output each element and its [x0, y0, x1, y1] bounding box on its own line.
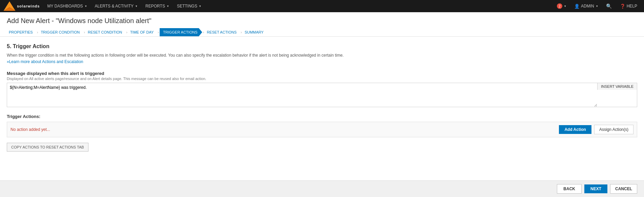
- help-button[interactable]: ❓ HELP: [617, 0, 641, 12]
- help-icon: ❓: [620, 4, 625, 9]
- breadcrumb-sep-2: ›: [84, 30, 85, 34]
- breadcrumb-reset-condition[interactable]: RESET CONDITION: [86, 28, 125, 36]
- breadcrumb-sep-6: ›: [241, 30, 242, 34]
- page-title: Add New Alert - "Windows node Utilizatio…: [7, 17, 637, 25]
- message-textarea[interactable]: [7, 83, 597, 107]
- nav-reports[interactable]: REPORTS ▾: [141, 0, 173, 12]
- message-label: Message displayed when this alert is tri…: [7, 71, 637, 76]
- chevron-down-icon: ▾: [596, 4, 598, 8]
- chevron-down-icon: ▾: [85, 4, 87, 8]
- learn-more-link[interactable]: »Learn more about Actions and Escalation: [7, 59, 83, 64]
- nav-alerts-activity[interactable]: ALERTS & ACTIVITY ▾: [91, 0, 141, 12]
- trigger-actions-bar: No action added yet... Add Action Assign…: [7, 122, 637, 137]
- admin-menu[interactable]: 👤 ADMIN ▾: [571, 0, 601, 12]
- top-navigation: solarwinds MY DASHBOARDS ▾ ALERTS & ACTI…: [0, 0, 644, 12]
- notification-badge: 2: [557, 3, 562, 9]
- section-description: When the trigger condition is met the fo…: [7, 53, 637, 58]
- breadcrumb-sep-4: ›: [158, 30, 159, 34]
- user-icon: 👤: [574, 4, 580, 9]
- trigger-actions-label: Trigger Actions:: [7, 114, 637, 119]
- message-input-wrapper: INSERT VARIABLE: [7, 83, 637, 107]
- breadcrumb-sep-5: ›: [203, 30, 204, 34]
- copy-btn-wrapper: COPY ACTIONS TO RESET ACTIONS TAB: [7, 143, 637, 152]
- breadcrumb-summary[interactable]: SUMMARY: [243, 28, 267, 36]
- chevron-down-icon: ▾: [136, 4, 137, 8]
- chevron-down-icon: ▾: [564, 4, 566, 8]
- chevron-down-icon: ▾: [167, 4, 169, 8]
- breadcrumb-trigger-actions[interactable]: TRIGGER ACTIONS: [160, 28, 202, 36]
- message-sublabel: Displayed on All active alerts page/reso…: [7, 77, 637, 81]
- chevron-down-icon: ▾: [199, 4, 201, 8]
- logo-text: solarwinds: [17, 4, 40, 8]
- section-title: 5. Trigger Action: [7, 43, 637, 50]
- nav-settings[interactable]: SETTINGS ▾: [173, 0, 205, 12]
- trigger-actions-section: Trigger Actions: No action added yet... …: [7, 114, 637, 152]
- breadcrumb-tabs: PROPERTIES › TRIGGER CONDITION › RESET C…: [7, 28, 637, 36]
- message-section: Message displayed when this alert is tri…: [7, 71, 637, 107]
- topnav-right: 2 ▾ 👤 ADMIN ▾ 🔍 ❓ HELP: [554, 0, 641, 12]
- topnav-menu: MY DASHBOARDS ▾ ALERTS & ACTIVITY ▾ REPO…: [43, 0, 554, 12]
- page-header: Add New Alert - "Windows node Utilizatio…: [0, 12, 644, 37]
- insert-variable-button[interactable]: INSERT VARIABLE: [597, 83, 637, 90]
- breadcrumb-properties[interactable]: PROPERTIES: [7, 28, 36, 36]
- main-content: 5. Trigger Action When the trigger condi…: [0, 37, 644, 182]
- copy-actions-to-reset-button[interactable]: COPY ACTIONS TO RESET ACTIONS TAB: [7, 143, 88, 152]
- assign-action-button[interactable]: Assign Action(s): [594, 125, 633, 134]
- solarwinds-logo[interactable]: solarwinds: [3, 1, 40, 11]
- breadcrumb-reset-actions[interactable]: RESET ACTIONS: [205, 28, 240, 36]
- search-button[interactable]: 🔍: [603, 0, 615, 12]
- nav-my-dashboards[interactable]: MY DASHBOARDS ▾: [43, 0, 90, 12]
- breadcrumb-time-of-day[interactable]: TIME OF DAY: [128, 28, 157, 36]
- breadcrumb-sep-1: ›: [37, 30, 38, 34]
- breadcrumb-sep-3: ›: [126, 30, 127, 34]
- footer: BACK NEXT CANCEL: [0, 180, 644, 182]
- search-icon: 🔍: [606, 3, 612, 9]
- breadcrumb-trigger-condition[interactable]: TRIGGER CONDITION: [39, 28, 83, 36]
- add-action-button[interactable]: Add Action: [559, 125, 591, 134]
- notifications[interactable]: 2 ▾: [554, 0, 569, 12]
- no-action-text: No action added yet...: [11, 127, 556, 132]
